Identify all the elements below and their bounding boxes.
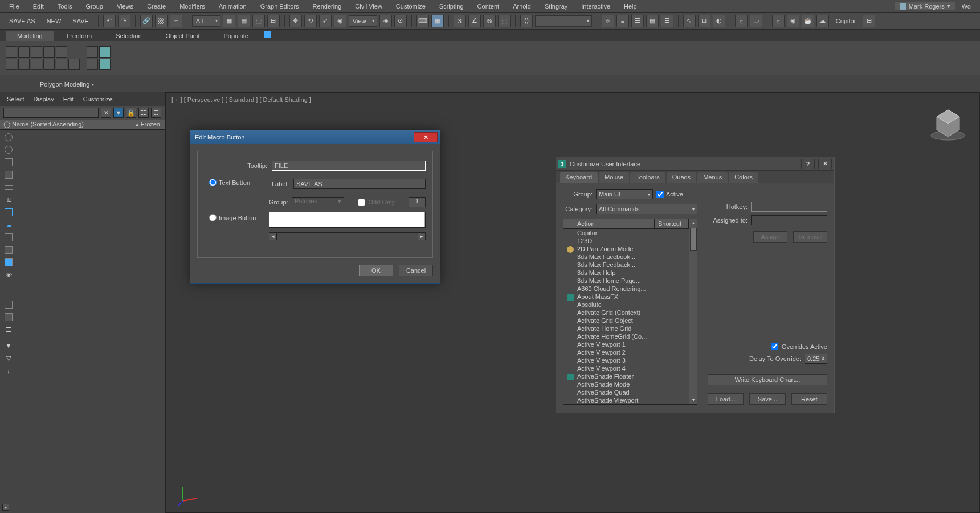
odd-only-checkbox[interactable]: [358, 199, 365, 206]
dialog-titlebar[interactable]: Edit Macro Button ✕: [190, 130, 440, 144]
left-tab-edit[interactable]: Edit: [63, 96, 74, 102]
menu-animation[interactable]: Animation: [212, 1, 254, 11]
delay-spinner[interactable]: 0.25: [805, 354, 827, 364]
a360-button[interactable]: ☁: [816, 15, 829, 27]
select-by-name-button[interactable]: ▤: [238, 15, 250, 27]
named-selection-button[interactable]: ⟨⟩: [520, 15, 533, 27]
render-button[interactable]: ☼: [772, 15, 785, 27]
align-button[interactable]: ≡: [616, 15, 629, 27]
toolbar-save[interactable]: SAVE: [68, 18, 93, 24]
action-item[interactable]: Activate Home Grid: [564, 325, 689, 333]
schematic-view-button[interactable]: ⊡: [698, 15, 710, 27]
swatch[interactable]: [341, 212, 353, 227]
group-select[interactable]: Patches▾: [292, 197, 344, 207]
filter-geometry[interactable]: [2, 131, 15, 143]
modifier-button-1[interactable]: [6, 59, 17, 70]
expand-button[interactable]: ▸: [2, 504, 9, 511]
toggle-button-3[interactable]: [87, 59, 98, 70]
toggle-button-2[interactable]: [99, 46, 111, 58]
placement-button[interactable]: ◉: [334, 15, 346, 27]
swatch[interactable]: [293, 212, 305, 227]
menu-edit[interactable]: Edit: [26, 1, 51, 11]
toggle-button-1[interactable]: [87, 46, 98, 58]
action-item[interactable]: ActiveShade Viewport: [564, 396, 689, 404]
scroll-thumb[interactable]: [690, 228, 697, 251]
close-button[interactable]: ✕: [414, 132, 438, 142]
manipulate-button[interactable]: ⊙: [394, 15, 407, 27]
collapse-all-button[interactable]: ☶: [151, 108, 161, 118]
text-button-radio[interactable]: [209, 179, 217, 186]
left-tab-customize[interactable]: Customize: [83, 96, 113, 102]
action-item[interactable]: A360 Cloud Rendering...: [564, 285, 689, 293]
menu-rendering[interactable]: Rendering: [306, 1, 349, 11]
ribbon-tab-freeform[interactable]: Freeform: [55, 31, 104, 41]
action-item[interactable]: Absolute: [564, 301, 689, 309]
tab-menus[interactable]: Menus: [697, 172, 728, 183]
tooltip-input[interactable]: [272, 161, 426, 171]
polygon-button[interactable]: [43, 46, 55, 58]
toolbar-copitor[interactable]: Copitor: [831, 18, 860, 24]
ribbon-tab-object-paint[interactable]: Object Paint: [154, 31, 211, 41]
remove-button[interactable]: Remove: [793, 231, 827, 243]
modifier-button-3[interactable]: [31, 59, 42, 70]
filter-cameras[interactable]: [2, 169, 15, 181]
select-object-button[interactable]: ▦: [223, 15, 235, 27]
toggle-button-4[interactable]: [99, 59, 111, 70]
snap-3d-button[interactable]: 3: [454, 15, 466, 27]
image-button-radio[interactable]: [209, 214, 217, 221]
action-item[interactable]: 3ds Max Help: [564, 269, 689, 277]
action-item[interactable]: Active Viewport 1: [564, 340, 689, 348]
menu-interactive[interactable]: Interactive: [574, 1, 617, 11]
rotate-button[interactable]: ⟲: [304, 15, 317, 27]
percent-snap-button[interactable]: %: [483, 15, 496, 27]
action-item[interactable]: 2D Pan Zoom Mode: [564, 245, 689, 253]
swatch[interactable]: [389, 212, 401, 227]
scroll-right-button[interactable]: ▸: [418, 232, 426, 240]
action-item[interactable]: Active Viewport 2: [564, 348, 689, 356]
viewcube[interactable]: [928, 104, 968, 144]
border-button[interactable]: [31, 46, 42, 58]
action-item[interactable]: Activate Grid Object: [564, 317, 689, 325]
filter-containers[interactable]: [2, 244, 15, 256]
filter-box2[interactable]: [2, 311, 15, 323]
layers-button[interactable]: ☰: [631, 15, 644, 27]
menu-arnold[interactable]: Arnold: [506, 1, 538, 11]
select-region-button[interactable]: ⬚: [252, 15, 265, 27]
filter-lights[interactable]: [2, 156, 15, 169]
action-item[interactable]: 3ds Max Home Page...: [564, 277, 689, 285]
move-button[interactable]: ✥: [289, 15, 302, 27]
render-frame-button[interactable]: ▭: [750, 15, 762, 27]
spinner-snap-button[interactable]: ⬚: [498, 15, 511, 27]
swatch[interactable]: [329, 212, 341, 227]
overrides-checkbox[interactable]: [771, 343, 778, 350]
action-item[interactable]: About MassFX: [564, 293, 689, 301]
scale-button[interactable]: ⤢: [319, 15, 332, 27]
ribbon-group-label[interactable]: Polygon Modeling: [40, 81, 94, 88]
filter-xrefs[interactable]: ☁: [2, 219, 15, 231]
assign-button[interactable]: Assign: [753, 231, 787, 243]
tab-mouse[interactable]: Mouse: [599, 172, 629, 183]
filter-frozen[interactable]: [2, 256, 15, 269]
action-item[interactable]: Active Viewport 4: [564, 364, 689, 372]
menu-create[interactable]: Create: [140, 1, 173, 11]
undo-button[interactable]: ↶: [103, 15, 116, 27]
label-input[interactable]: [293, 179, 426, 189]
filter-hidden[interactable]: 👁: [2, 269, 15, 281]
menu-graph-editors[interactable]: Graph Editors: [254, 1, 306, 11]
filter-button[interactable]: ▼: [113, 108, 124, 118]
reference-coord[interactable]: View: [349, 15, 377, 27]
action-item[interactable]: Copitor: [564, 229, 689, 237]
menu-help[interactable]: Help: [617, 1, 644, 11]
toolbar-save-as[interactable]: SAVE AS: [5, 18, 40, 24]
swatch[interactable]: [413, 212, 425, 227]
action-item[interactable]: Activate HomeGrid (Co...: [564, 333, 689, 340]
list-header[interactable]: Action Shortcut: [564, 219, 689, 229]
list-header[interactable]: ◯ Name (Sorted Ascending) ▴ Frozen: [0, 120, 165, 130]
group-select[interactable]: Main UI: [596, 189, 653, 199]
swatch[interactable]: [377, 212, 389, 227]
swatch[interactable]: [365, 212, 377, 227]
filter-funnel[interactable]: ▼: [2, 339, 15, 352]
vertex-button[interactable]: [6, 46, 17, 58]
category-select[interactable]: All Commands: [596, 204, 697, 214]
assigned-input[interactable]: [751, 215, 827, 225]
